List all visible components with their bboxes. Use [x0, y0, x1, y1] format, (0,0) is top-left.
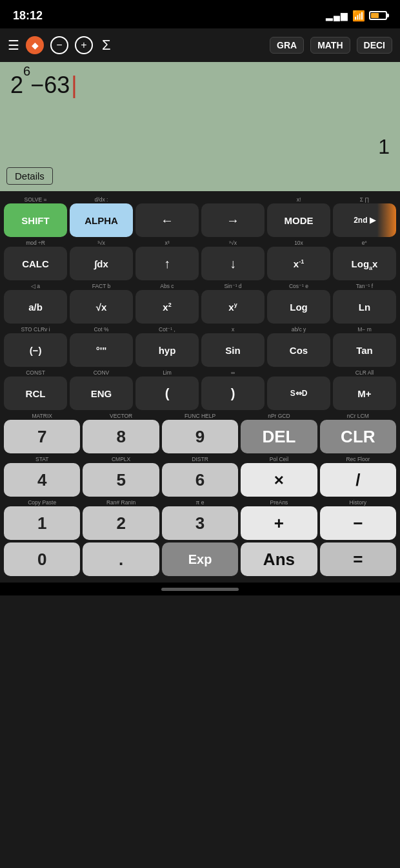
row-group-4: CONST CONV Lim ∞ CLR All RCL ENG ( ) S⇔D	[4, 369, 396, 410]
nine-button[interactable]: 9	[162, 420, 238, 453]
exp-label: Exp	[188, 552, 212, 567]
sd-label: S⇔D	[290, 389, 308, 398]
mode-sublabel: x!	[267, 196, 330, 203]
btn-row-3: (−) °'" hyp Sin Cos Tan	[4, 333, 396, 367]
eight-button[interactable]: 8	[83, 420, 159, 453]
menu-icon[interactable]: ☰	[8, 37, 19, 53]
right-arrow-button[interactable]: →	[201, 203, 265, 237]
intdx-label: ∫dx	[94, 259, 108, 269]
rcl-button[interactable]: RCL	[4, 377, 67, 410]
plus-circle-button[interactable]: +	[75, 36, 93, 54]
dot-label: .	[119, 550, 123, 570]
battery-icon	[369, 11, 387, 20]
mplus-button[interactable]: M+	[333, 377, 396, 410]
ans-button[interactable]: Ans	[241, 542, 317, 576]
math-button[interactable]: MATH	[310, 37, 350, 54]
xinv-button[interactable]: x-1	[267, 247, 330, 280]
log-button[interactable]: Log	[267, 290, 330, 324]
minus-button[interactable]: −	[320, 506, 396, 540]
row-group-2: ◁ a FACT b Abs c Sin⁻¹ d Cos⁻¹ e Tan⁻¹ f…	[4, 283, 396, 324]
row4-top-labels: CONST CONV Lim ∞ CLR All	[4, 369, 396, 376]
logax-button[interactable]: Logax	[333, 247, 396, 280]
shift-label: SHIFT	[21, 216, 49, 225]
ln-button[interactable]: Ln	[333, 290, 396, 324]
left-arrow-button[interactable]: ←	[135, 203, 199, 237]
three-button[interactable]: 3	[162, 506, 238, 540]
row-group-6: STAT CMPLX DISTR Pol Ceil Rec Floor 4 5 …	[4, 456, 396, 497]
intdx-button[interactable]: ∫dx	[70, 247, 133, 280]
home-indicator	[161, 588, 239, 591]
four-button[interactable]: 4	[4, 463, 80, 497]
sqrtx-button[interactable]: √x	[70, 290, 133, 324]
six-button[interactable]: 6	[162, 463, 238, 497]
xy-button[interactable]: xy	[201, 290, 265, 324]
two-label: 2	[116, 513, 125, 533]
three-label: 3	[195, 513, 205, 533]
calc-button[interactable]: CALC	[4, 247, 67, 280]
eng-button[interactable]: ENG	[70, 377, 133, 410]
clr-label: CLR	[341, 427, 375, 447]
hyp-button[interactable]: hyp	[135, 333, 199, 367]
minus-label: −	[353, 513, 363, 533]
minus-circle-button[interactable]: −	[50, 36, 68, 54]
up-button[interactable]: ↑	[135, 247, 199, 280]
deg-button[interactable]: °'"	[70, 333, 133, 367]
equals-button[interactable]: =	[320, 542, 396, 576]
calculator-display: 26−63| 1 Details	[0, 62, 400, 191]
up-label: ↑	[164, 256, 170, 271]
logax-label: Logax	[352, 259, 378, 269]
row-group-8: 0 . Exp Ans =	[4, 542, 396, 576]
calculator-body: SOLVE = d/dx : x! Σ ∏ SHIFT ALPHA ← → MO…	[0, 191, 400, 583]
x2-button[interactable]: x2	[135, 290, 199, 324]
eight-label: 8	[116, 427, 125, 447]
lparen-button[interactable]: (	[135, 377, 199, 410]
down-label: ↓	[230, 256, 236, 271]
plus-label: +	[274, 513, 284, 533]
home-bar	[0, 583, 400, 595]
five-button[interactable]: 5	[83, 463, 159, 497]
tan-button[interactable]: Tan	[333, 333, 396, 367]
btn-row-1: CALC ∫dx ↑ ↓ x-1 Logax	[4, 247, 396, 280]
gra-button[interactable]: GRA	[270, 37, 304, 54]
status-icons: ▂▄▆ 📶	[326, 10, 387, 22]
sigma-icon[interactable]: Σ	[102, 37, 111, 54]
sketch-icon[interactable]: ◆	[26, 36, 44, 54]
two-button[interactable]: 2	[83, 506, 159, 540]
clr-button[interactable]: CLR	[320, 420, 396, 453]
dot-button[interactable]: .	[83, 542, 159, 576]
second-button[interactable]: 2nd ▶	[333, 203, 396, 237]
wifi-icon: 📶	[352, 10, 365, 22]
battery-fill	[371, 13, 379, 18]
mplus-label: M+	[357, 389, 371, 398]
one-button[interactable]: 1	[4, 506, 80, 540]
divide-button[interactable]: /	[320, 463, 396, 497]
down-button[interactable]: ↓	[201, 247, 265, 280]
details-button[interactable]: Details	[6, 167, 53, 185]
deg-label: °'"	[96, 346, 107, 355]
seven-button[interactable]: 7	[4, 420, 80, 453]
expr-base: 2	[10, 71, 23, 99]
ab-button[interactable]: a/b	[4, 290, 67, 324]
sd-button[interactable]: S⇔D	[267, 377, 330, 410]
deci-button[interactable]: DECI	[357, 37, 392, 54]
plus-button[interactable]: +	[241, 506, 317, 540]
second-label: 2nd ▶	[354, 216, 375, 225]
shift-button[interactable]: SHIFT	[4, 203, 67, 237]
right-arrow-label: →	[226, 213, 239, 228]
multiply-button[interactable]: ×	[241, 463, 317, 497]
row1-top-labels: mod ÷R ³√x x³ ʸ√x 10x eˣ	[4, 240, 396, 246]
sin-button[interactable]: Sin	[201, 333, 265, 367]
alpha-button[interactable]: ALPHA	[70, 203, 133, 237]
ans-label: Ans	[263, 550, 295, 570]
btn-row-8: 0 . Exp Ans =	[4, 542, 396, 576]
zero-button[interactable]: 0	[4, 542, 80, 576]
exp-button[interactable]: Exp	[162, 542, 238, 576]
mode-button[interactable]: MODE	[267, 203, 330, 237]
sqrtx-label: √x	[96, 302, 107, 312]
rparen-button[interactable]: )	[201, 377, 265, 410]
del-button[interactable]: DEL	[241, 420, 317, 453]
left-arrow-label: ←	[161, 213, 174, 228]
cos-button[interactable]: Cos	[267, 333, 330, 367]
mode-label: MODE	[285, 216, 314, 225]
neg-button[interactable]: (−)	[4, 333, 67, 367]
